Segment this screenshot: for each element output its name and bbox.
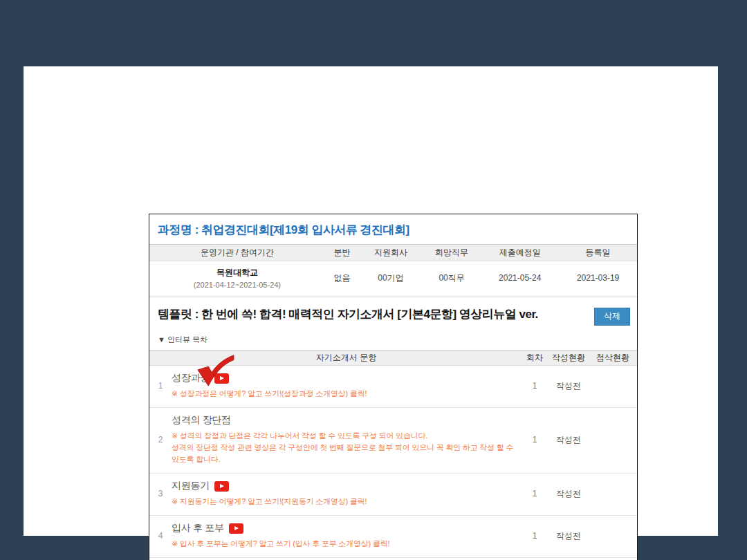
column-header-company: 지원회사 — [359, 247, 423, 259]
course-title: 과정명 : 취업경진대회[제19회 입사서류 경진대회] — [149, 214, 637, 244]
round-cell: 1 — [521, 489, 548, 498]
due-date-cell: 2021-05-24 — [481, 273, 559, 283]
writing-status-cell: 작성전 — [548, 434, 589, 446]
participation-period: (2021-04-12~2021-05-24) — [149, 281, 325, 289]
company-cell: 00기업 — [359, 272, 423, 284]
course-table-row: 목원대학교 (2021-04-12~2021-05-24) 없음 00기업 00… — [149, 261, 637, 297]
interview-row-growth: 1 성장과정 ※ 성장과정은 어떻게? 알고 쓰기!(성장과정 소개영상) 클릭… — [149, 366, 637, 408]
document-page: 과정명 : 취업경진대회[제19회 입사서류 경진대회] 운영기관 / 참여기간… — [24, 66, 718, 536]
column-header-organization-period: 운영기관 / 참여기간 — [149, 247, 325, 259]
organization-name: 목원대학교 — [149, 267, 325, 279]
course-detail-panel: 과정명 : 취업경진대회[제19회 입사서류 경진대회] 운영기관 / 참여기간… — [149, 214, 638, 560]
desktop-background: 과정명 : 취업경진대회[제19회 입사서류 경진대회] 운영기관 / 참여기간… — [0, 0, 747, 560]
question-note-line1: ※ 성격의 장점과 단점은 각각 나누어서 작성 할 수 있도록 구성 되어 있… — [172, 431, 427, 440]
column-header-desired-job: 희망직무 — [423, 247, 481, 259]
question-note: ※ 지원동기는 어떻게? 알고 쓰기!(지원동기 소개영상) 클릭! — [172, 496, 521, 507]
writing-status-cell: 작성전 — [548, 530, 589, 542]
question-title[interactable]: 성격의 장단점 — [172, 414, 231, 427]
row-number: 2 — [149, 435, 172, 445]
row-number: 4 — [149, 531, 172, 541]
column-header-writing-status: 작성현황 — [548, 352, 589, 364]
question-note: ※ 성격의 장점과 단점은 각각 나누어서 작성 할 수 있도록 구성 되어 있… — [172, 430, 521, 465]
interview-toc-label: ▼ 인터뷰 목차 — [158, 335, 629, 345]
column-header-class: 분반 — [325, 247, 359, 259]
interview-row-aspiration: 4 입사 후 포부 ※ 입사 후 포부는 어떻게? 알고 쓰기 (입사 후 포부… — [149, 516, 637, 558]
question-title-row: 성격의 장단점 — [172, 414, 521, 427]
writing-status-cell: 작성전 — [548, 488, 589, 500]
question-cell: 성장과정 ※ 성장과정은 어떻게? 알고 쓰기!(성장과정 소개영상) 클릭! — [172, 372, 521, 400]
template-header-row: 템플릿 : 한 번에 쓱! 합격! 매력적인 자기소개서 [기본4문항] 영상리… — [158, 308, 630, 326]
round-cell: 1 — [521, 435, 548, 445]
question-note-line2: 성격의 장단점 작성 관련 영상은 각 구성안에 첫 번째 질문으로 첨부 되어… — [172, 443, 513, 463]
column-header-round: 회차 — [521, 352, 548, 364]
course-table-header: 운영기관 / 참여기간 분반 지원회사 희망직무 제출예정일 등록일 — [149, 244, 637, 261]
desired-job-cell: 00직무 — [423, 272, 481, 284]
question-title[interactable]: 성장과정 — [172, 372, 210, 384]
question-note: ※ 입사 후 포부는 어떻게? 알고 쓰기 (입사 후 포부 소개영상) 클릭! — [172, 538, 521, 550]
interview-row-motivation: 3 지원동기 ※ 지원동기는 어떻게? 알고 쓰기!(지원동기 소개영상) 클릭… — [149, 474, 637, 516]
row-number: 1 — [149, 381, 172, 391]
question-title[interactable]: 지원동기 — [172, 480, 210, 492]
column-header-registered-date: 등록일 — [559, 247, 637, 259]
question-title[interactable]: 입사 후 포부 — [172, 522, 224, 534]
youtube-play-icon[interactable] — [229, 523, 243, 534]
round-cell: 1 — [521, 381, 548, 391]
youtube-play-icon[interactable] — [214, 373, 229, 384]
question-cell: 지원동기 ※ 지원동기는 어떻게? 알고 쓰기!(지원동기 소개영상) 클릭! — [172, 480, 521, 507]
organization-cell: 목원대학교 (2021-04-12~2021-05-24) — [149, 267, 325, 289]
question-note: ※ 성장과정은 어떻게? 알고 쓰기!(성장과정 소개영상) 클릭! — [172, 388, 521, 400]
template-title: 템플릿 : 한 번에 쓱! 합격! 매력적인 자기소개서 [기본4문항] 영상리… — [158, 308, 538, 321]
delete-button[interactable]: 삭제 — [594, 308, 630, 326]
interview-table-header: 자기소개서 문항 회차 작성현황 첨삭현황 — [149, 350, 637, 366]
question-title-row: 성장과정 — [172, 372, 521, 384]
question-title-row: 지원동기 — [172, 480, 521, 492]
round-cell: 1 — [521, 531, 548, 541]
row-number: 3 — [149, 489, 172, 498]
column-header-feedback-status: 첨삭현황 — [589, 352, 637, 364]
registered-date-cell: 2021-03-19 — [559, 273, 637, 283]
column-header-question: 자기소개서 문항 — [172, 352, 521, 364]
question-cell: 입사 후 포부 ※ 입사 후 포부는 어떻게? 알고 쓰기 (입사 후 포부 소… — [172, 522, 521, 550]
question-cell: 성격의 장단점 ※ 성격의 장점과 단점은 각각 나누어서 작성 할 수 있도록… — [172, 414, 521, 465]
youtube-play-icon[interactable] — [214, 481, 229, 492]
interview-row-personality: 2 성격의 장단점 ※ 성격의 장점과 단점은 각각 나누어서 작성 할 수 있… — [149, 408, 637, 474]
class-cell: 없음 — [325, 272, 359, 284]
column-header-due-date: 제출예정일 — [481, 247, 559, 259]
question-title-row: 입사 후 포부 — [172, 522, 521, 534]
writing-status-cell: 작성전 — [548, 380, 589, 392]
